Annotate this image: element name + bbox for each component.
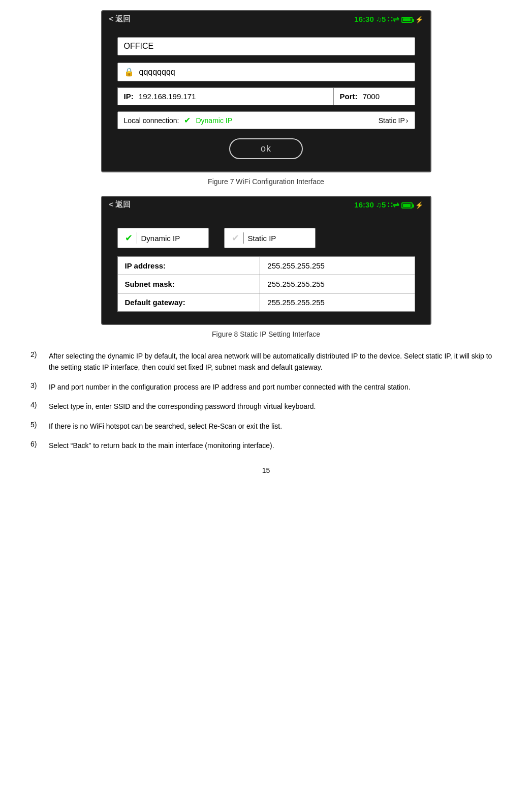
list-text: IP and port number in the configuration … (49, 381, 411, 393)
status-bar-fig7: < 返回 16:30 ♫5 ∷⇌ ⚡ (102, 11, 430, 27)
static-ip-label[interactable]: Static IP › (379, 116, 409, 125)
figure7-caption: Figure 7 WiFi Configuration Interface (30, 177, 502, 186)
screen-body-fig8: ✔ Dynamic IP ✔ Static IP IP address:255.… (102, 213, 430, 324)
static-ip-button[interactable]: ✔ Static IP (224, 228, 316, 248)
body-list-item: 2) After selecting the dynamic IP by def… (30, 350, 502, 373)
chevron-right-icon: › (406, 116, 409, 125)
list-number: 2) (30, 350, 49, 359)
status-bar-fig8: < 返回 16:30 ♫5 ∷⇌ ⚡ (102, 197, 430, 213)
connection-label: Local connection: (124, 116, 179, 125)
dynamic-ip-btn-label: Dynamic IP (141, 234, 180, 243)
list-number: 5) (30, 421, 49, 429)
list-text: After selecting the dynamic IP by defaul… (49, 350, 502, 373)
body-list-item: 6) Select “Back” to return back to the m… (30, 440, 502, 451)
list-number: 6) (30, 440, 49, 448)
battery-container: ⚡ (401, 15, 423, 23)
ip-settings-table: IP address:255.255.255.255Subnet mask:25… (117, 256, 415, 312)
dynamic-ip-button[interactable]: ✔ Dynamic IP (117, 228, 209, 248)
ip-row-label: Subnet mask: (117, 275, 260, 293)
ip-label: IP: (124, 92, 134, 101)
vol-icon-fig8: ♫5 (376, 200, 386, 209)
dynamic-check: ✔ (125, 232, 137, 244)
screen-body-fig7: OFFICE 🔒 qqqqqqqq IP: 192.168.199.171 Po… (102, 27, 430, 171)
status-icons-fig8: 16:30 ♫5 ∷⇌ ⚡ (354, 200, 423, 210)
ip-table-row[interactable]: IP address:255.255.255.255 (117, 257, 415, 275)
ip-row-value: 255.255.255.255 (260, 275, 415, 293)
ip-table-row[interactable]: Default gateway:255.255.255.255 (117, 293, 415, 312)
port-label: Port: (340, 92, 358, 101)
body-text: 2) After selecting the dynamic IP by def… (30, 350, 502, 451)
ip-row-value: 255.255.255.255 (260, 293, 415, 312)
lightning-icon-fig8: ⚡ (415, 201, 423, 209)
page-content: < 返回 16:30 ♫5 ∷⇌ ⚡ OFFICE 🔒 qqqqqqqq (0, 0, 532, 485)
list-text: Select “Back” to return back to the main… (49, 440, 274, 451)
ip-row-value: 255.255.255.255 (260, 257, 415, 275)
battery-container-fig8: ⚡ (401, 200, 423, 209)
static-ip-btn-label: Static IP (248, 234, 276, 243)
list-number: 3) (30, 381, 49, 390)
body-list-item: 5) If there is no WiFi hotspot can be se… (30, 421, 502, 432)
figure7-screen: < 返回 16:30 ♫5 ∷⇌ ⚡ OFFICE 🔒 qqqqqqqq (101, 10, 431, 172)
list-text: If there is no WiFi hotspot can be searc… (49, 421, 282, 432)
body-list-item: 3) IP and port number in the configurati… (30, 381, 502, 393)
page-number: 15 (30, 466, 502, 474)
ip-port-row: IP: 192.168.199.171 Port: 7000 (117, 87, 415, 105)
dynamic-ip-label[interactable]: Dynamic IP (196, 116, 232, 125)
dynamic-check-icon: ✔ (184, 115, 191, 125)
battery-icon-fig8 (401, 202, 413, 209)
ip-box[interactable]: IP: 192.168.199.171 (117, 87, 334, 105)
lock-icon: 🔒 (124, 67, 134, 77)
signal-icon: ∷⇌ (388, 15, 399, 24)
list-text: Select type in, enter SSID and the corre… (49, 401, 316, 412)
password-value: qqqqqqqq (139, 68, 175, 77)
figure8-caption: Figure 8 Static IP Setting Interface (30, 330, 502, 338)
body-list-item: 4) Select type in, enter SSID and the co… (30, 401, 502, 412)
ip-value: 192.168.199.171 (139, 92, 196, 101)
list-number: 4) (30, 401, 49, 409)
static-check: ✔ (232, 232, 244, 244)
back-button-fig8[interactable]: < 返回 (109, 200, 131, 210)
battery-icon (401, 17, 413, 23)
time-fig7: 16:30 (354, 15, 373, 23)
ok-button[interactable]: ok (229, 138, 303, 159)
ssid-field[interactable]: OFFICE (117, 37, 415, 55)
lightning-icon: ⚡ (415, 16, 423, 23)
time-fig8: 16:30 (354, 200, 373, 209)
status-icons-fig7: 16:30 ♫5 ∷⇌ ⚡ (354, 15, 423, 24)
back-button-fig7[interactable]: < 返回 (109, 14, 131, 24)
ip-row-label: Default gateway: (117, 293, 260, 312)
figure8-screen: < 返回 16:30 ♫5 ∷⇌ ⚡ ✔ Dynamic IP ✔ (101, 196, 431, 325)
signal-icon-fig8: ∷⇌ (388, 200, 399, 210)
ip-button-row: ✔ Dynamic IP ✔ Static IP (117, 228, 415, 248)
ip-row-label: IP address: (117, 257, 260, 275)
port-box[interactable]: Port: 7000 (334, 87, 415, 105)
port-value: 7000 (363, 92, 380, 101)
password-field-row[interactable]: 🔒 qqqqqqqq (117, 63, 415, 81)
connection-row: Local connection: ✔ Dynamic IP Static IP… (117, 111, 415, 129)
ip-table-row[interactable]: Subnet mask:255.255.255.255 (117, 275, 415, 293)
vol-icon: ♫5 (376, 15, 386, 23)
